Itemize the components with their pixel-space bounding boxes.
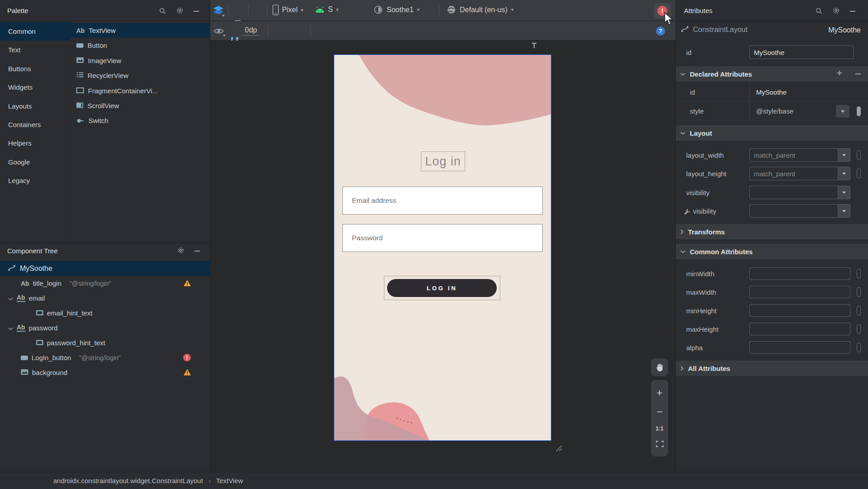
- alpha-label: alpha: [686, 344, 703, 352]
- section-common-attributes[interactable]: Common Attributes: [676, 244, 868, 259]
- pan-button[interactable]: [651, 358, 668, 376]
- component-tree-panel: Component Tree MySoothe Ab title_login "…: [0, 242, 210, 472]
- zoom-out-button[interactable]: −: [657, 407, 663, 417]
- design-toolbar: Pixel ▾ S ▾ Soothe1 ▾ Default (en-us) ▾ …: [210, 0, 675, 21]
- minheight-input[interactable]: [749, 304, 850, 317]
- view-rect-icon: [36, 339, 43, 347]
- resize-handle[interactable]: [554, 443, 562, 453]
- tree-row-password[interactable]: Ab password: [0, 320, 210, 335]
- minimize-icon[interactable]: [194, 251, 200, 251]
- gear-icon[interactable]: [176, 7, 184, 16]
- visibility-combo[interactable]: [749, 186, 850, 199]
- palette-category-common[interactable]: Common: [0, 22, 70, 41]
- default-margin-button[interactable]: 0dp: [243, 26, 259, 36]
- device-selector[interactable]: Pixel ▾: [272, 5, 303, 15]
- tree-row-mysoothe[interactable]: MySoothe: [0, 261, 210, 276]
- palette-item-recyclerview[interactable]: RecyclerView: [70, 68, 210, 83]
- tree-row-password-hint-text[interactable]: password_hint_text: [0, 335, 210, 350]
- layout-height-combo[interactable]: match_parent: [749, 167, 850, 180]
- tree-row-email-hint-text[interactable]: email_hint_text: [0, 306, 210, 320]
- search-icon[interactable]: [159, 7, 166, 16]
- palette-category-legacy[interactable]: Legacy: [0, 171, 70, 190]
- remove-attribute-button[interactable]: [855, 73, 861, 74]
- login-title[interactable]: Log in: [421, 151, 465, 171]
- search-icon[interactable]: [815, 7, 822, 16]
- alpha-tools-pill[interactable]: [857, 343, 861, 352]
- palette-category-helpers[interactable]: Helpers: [0, 134, 70, 152]
- maxheight-input[interactable]: [749, 323, 850, 335]
- palette-category-google[interactable]: Google: [0, 153, 70, 171]
- palette-category-containers[interactable]: Containers: [0, 115, 70, 134]
- palette-item-textview[interactable]: AbTextView: [70, 23, 210, 38]
- api-selector[interactable]: S ▾: [315, 5, 338, 14]
- imageview-icon: [21, 369, 28, 376]
- declared-row-style[interactable]: style @style/base: [676, 102, 868, 121]
- gear-icon[interactable]: [177, 247, 185, 256]
- add-attribute-button[interactable]: +: [837, 68, 842, 78]
- password-field[interactable]: Password: [342, 224, 543, 252]
- zoom-in-button[interactable]: +: [657, 388, 663, 398]
- minimize-icon[interactable]: [850, 11, 855, 12]
- palette-item-button[interactable]: Button: [70, 38, 210, 53]
- section-transforms[interactable]: Transforms: [676, 224, 868, 239]
- breadcrumb-constraintlayout[interactable]: androidx.constraintlayout.widget.Constra…: [53, 477, 203, 484]
- view-options-button[interactable]: [212, 26, 226, 37]
- layout-width-combo[interactable]: match_parent: [749, 148, 850, 162]
- breadcrumb-textview[interactable]: TextView: [216, 477, 243, 484]
- style-dropdown-button[interactable]: [836, 105, 850, 118]
- minwidth-input[interactable]: [749, 267, 850, 280]
- tools-visibility-combo[interactable]: [749, 204, 850, 218]
- locale-selector[interactable]: Default (en-us) ▾: [447, 5, 513, 14]
- chevron-right-icon: [680, 229, 683, 234]
- style-tools-pill[interactable]: [857, 106, 861, 116]
- maxwidth-input[interactable]: [749, 286, 850, 298]
- help-icon[interactable]: ?: [656, 27, 665, 36]
- minimize-icon[interactable]: [194, 11, 199, 12]
- phone-icon: [272, 5, 279, 15]
- email-field[interactable]: Email address: [342, 187, 543, 215]
- palette-item-scrollview[interactable]: ScrollView: [70, 98, 210, 113]
- section-layout[interactable]: Layout: [676, 125, 868, 141]
- password-hint: Password: [352, 234, 383, 242]
- maxheight-tools-pill[interactable]: [857, 324, 861, 334]
- tools-visibility-label: visibility: [684, 207, 716, 215]
- section-declared-attributes[interactable]: Declared Attributes +: [676, 66, 868, 82]
- palette-item-fragmentcontainerview[interactable]: FragmentContainerVi...: [70, 83, 210, 98]
- section-all-attributes[interactable]: All Attributes: [676, 361, 868, 376]
- palette-category-layouts[interactable]: Layouts: [0, 97, 70, 115]
- palette-category-text[interactable]: Text: [0, 41, 70, 59]
- tree-row-email[interactable]: Ab email: [0, 291, 210, 306]
- layout-width-tools-pill[interactable]: [857, 150, 861, 160]
- gear-icon[interactable]: [832, 7, 840, 16]
- palette-item-switch[interactable]: Switch: [70, 113, 210, 128]
- maxwidth-label: maxWidth: [686, 288, 716, 296]
- design-canvas[interactable]: Log in Email address Password LOG IN: [210, 41, 675, 472]
- maxwidth-tools-pill[interactable]: [857, 287, 861, 297]
- zoom-fit-button[interactable]: [656, 441, 664, 448]
- minheight-tools-pill[interactable]: [857, 306, 861, 315]
- palette-category-buttons[interactable]: Buttons: [0, 59, 70, 78]
- chevron-down-icon[interactable]: [8, 324, 13, 332]
- declared-row-id[interactable]: id MySoothe: [676, 83, 868, 102]
- minwidth-tools-pill[interactable]: [857, 269, 861, 279]
- tree-row-login-button[interactable]: LogIn_button "@string/login" !: [0, 350, 210, 365]
- scrollview-icon: [76, 102, 83, 110]
- eye-icon: [213, 27, 224, 35]
- palette-item-imageview[interactable]: ImageView: [70, 53, 210, 68]
- phone-preview[interactable]: Log in Email address Password LOG IN: [334, 55, 551, 441]
- layout-height-tools-pill[interactable]: [857, 169, 861, 178]
- alpha-input[interactable]: [749, 341, 850, 354]
- theme-selector[interactable]: Soothe1 ▾: [374, 5, 420, 14]
- tree-row-background[interactable]: background: [0, 365, 210, 380]
- chevron-down-icon[interactable]: [8, 294, 13, 302]
- visibility-label: visibility: [686, 189, 710, 197]
- design-surface-button[interactable]: [211, 5, 226, 17]
- id-input[interactable]: MySoothe: [749, 46, 854, 59]
- zoom-100-button[interactable]: 1:1: [656, 425, 663, 432]
- login-button[interactable]: LOG IN: [387, 279, 497, 297]
- tree-row-title-login[interactable]: Ab title_login "@string/login": [0, 276, 210, 291]
- locale-label: Default (en-us): [460, 6, 508, 14]
- zoom-controls: + − 1:1: [651, 380, 668, 457]
- breadcrumb-separator: ›: [208, 477, 211, 484]
- palette-category-widgets[interactable]: Widgets: [0, 78, 70, 96]
